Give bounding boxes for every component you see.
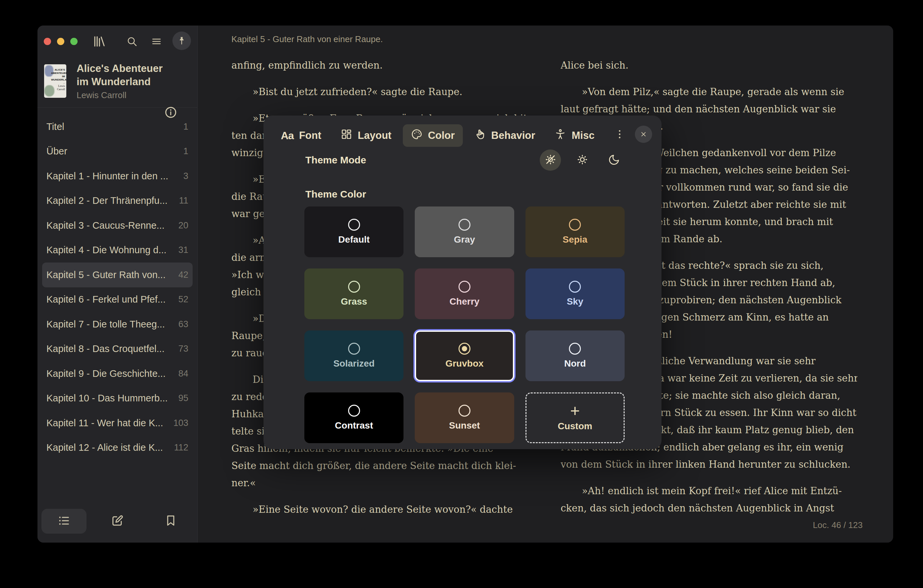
library-icon[interactable] [92,34,107,48]
text-line: »Bist du jetzt zufrieden?« sagte die Rau… [232,83,528,100]
theme-swatch-label: Grass [341,296,367,307]
radio-circle [348,281,360,293]
theme-swatch-cherry[interactable]: Cherry [415,268,514,319]
theme-swatch-label: Sky [567,296,583,307]
tab-label: Font [299,130,321,141]
annotate-button[interactable] [95,509,140,534]
tab-color[interactable]: Color [403,124,463,147]
location-indicator: Loc. 46 / 123 [813,520,863,531]
pin-icon [177,36,187,46]
toc-item-label: Kapitel 9 - Die Geschichte... [46,368,166,379]
toc-item[interactable]: Kapitel 5 - Guter Rath von...42 [42,263,193,287]
toc-item-page: 31 [174,245,188,255]
toc-item[interactable]: Kapitel 11 - Wer hat die K...103 [42,411,193,435]
book-header: ALICE'S ABENTEUER IM WUNDERLAND ... Lewi… [38,57,197,108]
theme-swatch-sky[interactable]: Sky [526,268,625,319]
toc-item-page: 20 [174,220,188,231]
theme-swatch-nord[interactable]: Nord [526,330,625,381]
theme-mode-dark-button[interactable] [603,149,625,171]
theme-swatch-sunset[interactable]: Sunset [415,393,514,443]
book-cover[interactable]: ALICE'S ABENTEUER IM WUNDERLAND ... Lewi… [44,64,66,98]
toc-item-page: 95 [174,393,188,403]
theme-swatch-contrast[interactable]: Contrast [304,393,404,443]
edit-icon [111,514,124,529]
radio-circle [569,343,581,355]
radio-circle [458,405,470,417]
toc-item[interactable]: Kapitel 1 - Hinunter in den ...3 [42,164,193,189]
toc-item[interactable]: Kapitel 2 - Der Thränenpfu...11 [42,189,193,214]
theme-mode-auto-button[interactable] [540,149,561,171]
theme-mode-switcher [540,149,625,171]
toc-item-page: 11 [175,195,188,206]
toc-item[interactable]: Titel1 [42,114,193,139]
toc-item-label: Kapitel 1 - Hinunter in den ... [46,171,168,182]
text-line: cken, das sich jedoch den nächsten Augen… [561,499,857,517]
toc-item-label: Kapitel 6 - Ferkel und Pfef... [46,294,166,305]
theme-mode-label: Theme Mode [305,154,366,166]
cover-text: ALICE'S ABENTEUER IM WUNDERLAND ... Lewi… [51,68,65,91]
radio-circle [569,281,581,293]
theme-swatch-label: Gruvbox [445,358,483,369]
text-line: Seite macht dich größer, die andere Seit… [232,457,528,474]
palette-icon [411,128,423,143]
toc-button[interactable] [41,509,87,534]
toc-item[interactable]: Kapitel 8 - Das Croquetfel...73 [42,337,193,361]
theme-mode-light-button[interactable] [572,149,593,171]
toc-item-page: 1 [179,122,188,132]
theme-swatch-label: Gray [454,234,475,245]
minimize-button[interactable] [57,38,64,45]
radio-circle [458,219,470,231]
theme-swatch-label: Sepia [563,234,588,245]
close-popup-button[interactable] [635,126,652,143]
radio-circle [348,343,360,355]
radio-circle [348,219,360,231]
text-line: von dem Stück in ihrer linken Hand herun… [561,456,857,473]
toc-item[interactable]: Kapitel 6 - Ferkel und Pfef...52 [42,287,193,312]
toc-item[interactable]: Über1 [42,139,193,164]
toc-item[interactable]: Kapitel 4 - Die Wohnung d...31 [42,238,193,263]
kebab-icon [614,129,625,140]
zoom-button[interactable] [70,38,77,45]
reading-area: Kapitel 5 - Guter Rath von einer Raupe. … [198,26,893,543]
layout-icon [340,128,352,143]
tab-font[interactable]: AaFont [273,126,329,146]
toc-item[interactable]: Kapitel 12 - Alice ist die K...112 [42,435,193,460]
toc-item[interactable]: Kapitel 10 - Das Hummerb...95 [42,386,193,411]
pin-button[interactable] [172,31,191,50]
theme-swatch-label: Sunset [449,420,480,431]
theme-swatch-sepia[interactable]: Sepia [526,207,625,257]
theme-swatch-label: Custom [558,421,592,432]
search-icon[interactable] [126,36,138,47]
person-icon [554,128,566,143]
toc-item[interactable]: Kapitel 9 - Die Geschichte...84 [42,361,193,386]
theme-swatch-solarized[interactable]: Solarized [304,330,404,381]
tab-label: Color [428,130,455,141]
radio-circle [458,343,470,355]
settings-popup: AaFontLayoutColorBehaviorMisc Theme Mode… [264,116,662,449]
close-button[interactable] [44,38,51,45]
tab-misc[interactable]: Misc [546,124,603,147]
theme-swatch-label: Default [338,234,370,245]
toc-item-page: 1 [179,146,188,156]
theme-swatch-default[interactable]: Default [304,207,404,257]
tab-behavior[interactable]: Behavior [466,124,544,147]
theme-swatch-gruvbox[interactable]: Gruvbox [415,330,514,381]
bookmark-button[interactable] [148,509,193,534]
toc-item-label: Kapitel 12 - Alice ist die K... [46,442,163,453]
more-options-button[interactable] [613,126,627,143]
theme-swatch-gray[interactable]: Gray [415,207,514,257]
book-title: Alice's Abenteuer im Wunderland [77,62,163,89]
toc-item-label: Kapitel 5 - Guter Rath von... [46,269,166,281]
tab-layout[interactable]: Layout [333,124,399,147]
menu-icon[interactable] [151,36,162,47]
text-line: Alice bei sich. [561,57,857,74]
toc-item[interactable]: Kapitel 7 - Die tolle Theeg...63 [42,312,193,337]
theme-swatch-custom[interactable]: +Custom [526,393,625,443]
toc-item-label: Kapitel 3 - Caucus-Renne... [46,220,164,231]
toc-item[interactable]: Kapitel 3 - Caucus-Renne...20 [42,213,193,238]
radio-circle [458,281,470,293]
toc-item-page: 112 [170,442,188,453]
book-author: Lewis Carroll [77,90,163,100]
theme-swatch-grass[interactable]: Grass [304,268,404,319]
theme-swatch-label: Solarized [333,358,374,369]
